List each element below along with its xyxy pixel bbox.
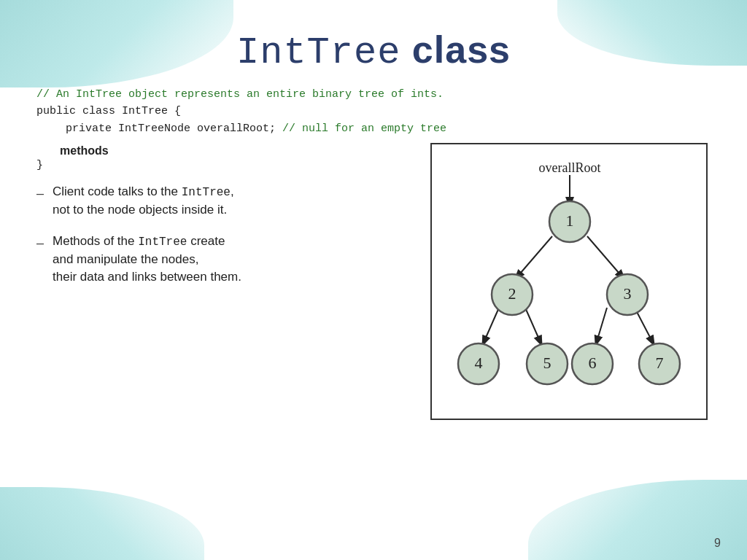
edge-3-6 bbox=[596, 308, 607, 344]
title-mono: IntTree bbox=[236, 31, 400, 74]
inline-code-1: IntTree bbox=[182, 186, 231, 199]
code-block: // An IntTree object represents an entir… bbox=[36, 86, 711, 137]
methods-section: methods bbox=[36, 144, 416, 158]
overallroot-label: overallRoot bbox=[539, 160, 601, 175]
code-line1: // An IntTree object represents an entir… bbox=[36, 86, 711, 103]
node-2-label: 2 bbox=[508, 284, 516, 303]
methods-label: methods bbox=[60, 144, 416, 158]
code-line3: private IntTreeNode overallRoot; // null… bbox=[36, 120, 711, 137]
edge-1-2 bbox=[516, 236, 552, 279]
edge-2-4 bbox=[483, 308, 499, 344]
bullet-dash-1: – bbox=[36, 184, 44, 203]
bullet-list: – Client code talks to the IntTree, not … bbox=[36, 183, 416, 287]
tree-box: overallRoot bbox=[430, 143, 708, 420]
bullet-item-2: – Methods of the IntTree create and mani… bbox=[36, 233, 416, 287]
bullet-dash-2: – bbox=[36, 233, 44, 252]
edge-1-3 bbox=[587, 236, 624, 279]
left-column: methods } – Client code talks to the Int… bbox=[36, 143, 416, 300]
right-column: overallRoot bbox=[430, 143, 708, 420]
title-class: class bbox=[400, 28, 511, 71]
node-4-label: 4 bbox=[475, 354, 483, 372]
main-layout: methods } – Client code talks to the Int… bbox=[36, 143, 711, 420]
inline-code-2: IntTree bbox=[138, 236, 187, 249]
closing-brace: } bbox=[36, 159, 416, 171]
tree-diagram: overallRoot bbox=[439, 156, 700, 404]
slide-title: IntTree class bbox=[36, 15, 711, 86]
page-number: 9 bbox=[714, 537, 721, 550]
node-5-label: 5 bbox=[543, 354, 551, 372]
code-line2: public class IntTree { bbox=[36, 103, 711, 120]
node-7-label: 7 bbox=[656, 354, 664, 372]
node-1-label: 1 bbox=[566, 211, 574, 230]
code-null-comment: // null for an empty tree bbox=[282, 122, 446, 135]
node-6-label: 6 bbox=[589, 354, 597, 372]
bullet-text-1: Client code talks to the IntTree, not to… bbox=[53, 183, 416, 219]
edge-2-5 bbox=[525, 308, 541, 344]
node-3-label: 3 bbox=[624, 284, 632, 303]
code-private: private IntTreeNode overallRoot; bbox=[66, 122, 282, 135]
bullet-item-1: – Client code talks to the IntTree, not … bbox=[36, 183, 416, 219]
bullet-text-2: Methods of the IntTree create and manipu… bbox=[53, 233, 416, 287]
